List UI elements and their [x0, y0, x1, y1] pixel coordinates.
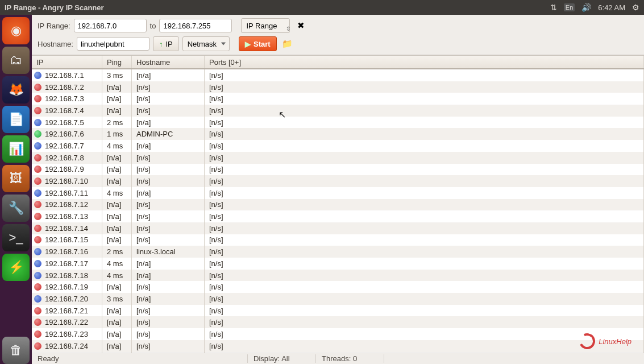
cell-ping: [n/a]	[102, 81, 132, 93]
table-row[interactable]: 192.168.7.114 ms[n/a][n/s]	[32, 187, 644, 199]
status-dot-icon	[34, 307, 41, 315]
table-row[interactable]: 192.168.7.13[n/a][n/s][n/s]	[32, 210, 644, 222]
cell-ip: 192.168.7.23	[45, 330, 88, 338]
language-indicator[interactable]: En	[564, 3, 575, 11]
unity-launcher: ◉ 🗂 🦊 📄 📊 🖼 🔧 >_ ⚡ 🗑	[0, 15, 32, 364]
table-row[interactable]: 192.168.7.21[n/a][n/s][n/s]	[32, 305, 644, 317]
volume-icon[interactable]: 🔊	[581, 3, 591, 12]
table-row[interactable]: 192.168.7.184 ms[n/a][n/s]	[32, 270, 644, 282]
cell-ports: [n/s]	[205, 293, 644, 305]
table-row[interactable]: 192.168.7.8[n/a][n/s][n/s]	[32, 152, 644, 164]
launcher-calc[interactable]: 📊	[2, 135, 30, 163]
launcher-firefox[interactable]: 🦊	[2, 76, 30, 104]
cell-ping: [n/a]	[102, 152, 132, 164]
netmask-combo[interactable]: Netmask	[182, 36, 230, 51]
table-row[interactable]: 192.168.7.4[n/a][n/s][n/s]	[32, 105, 644, 117]
window-title: IP Range - Angry IP Scanner	[5, 3, 550, 12]
table-row[interactable]: 192.168.7.14[n/a][n/s][n/s]	[32, 222, 644, 234]
open-file-icon[interactable]: 📁	[280, 36, 295, 51]
start-button[interactable]: ▶Start	[239, 36, 277, 51]
cell-ping: [n/a]	[102, 105, 132, 117]
table-row[interactable]: 192.168.7.22[n/a][n/s][n/s]	[32, 316, 644, 328]
cell-hostname: [n/a]	[132, 117, 205, 129]
iprange-label: IP Range:	[38, 22, 70, 30]
table-row[interactable]: 192.168.7.2[n/a][n/s][n/s]	[32, 81, 644, 93]
app-content: IP Range: to IP Range ✖ Hostname: ↑IP Ne…	[32, 15, 644, 364]
cell-ports: [n/s]	[205, 93, 644, 105]
launcher-ipscan[interactable]: ⚡	[2, 254, 30, 281]
cell-ip: 192.168.7.1	[45, 71, 84, 80]
launcher-dash[interactable]: ◉	[2, 17, 30, 44]
cell-ip: 192.168.7.12	[45, 200, 88, 209]
cell-ip: 192.168.7.18	[45, 271, 88, 280]
table-row[interactable]: 192.168.7.13 ms[n/a][n/s]	[32, 69, 644, 81]
launcher-trash[interactable]: 🗑	[2, 337, 30, 364]
launcher-terminal[interactable]: >_	[2, 224, 30, 251]
table-row[interactable]: 192.168.7.61 msADMIN-PC[n/s]	[32, 128, 644, 140]
ip-up-button[interactable]: ↑IP	[153, 36, 179, 51]
network-icon[interactable]: ⇅	[550, 3, 557, 12]
clock[interactable]: 6:42 AM	[598, 3, 625, 12]
cell-ports: [n/s]	[205, 210, 644, 222]
cell-hostname: [n/s]	[132, 81, 205, 93]
launcher-files[interactable]: 🗂	[2, 47, 30, 74]
cell-hostname: [n/a]	[132, 69, 205, 81]
cell-ports: [n/s]	[205, 222, 644, 234]
status-dot-icon	[34, 342, 41, 350]
cell-ping: 4 ms	[102, 270, 132, 282]
ip-start-input[interactable]	[74, 19, 147, 32]
status-dot-icon	[34, 225, 41, 232]
hostname-input[interactable]	[77, 37, 149, 51]
status-dot-icon	[34, 189, 41, 197]
table-row[interactable]: 192.168.7.12[n/a][n/s][n/s]	[32, 199, 644, 211]
cell-ports: [n/s]	[205, 81, 644, 93]
cell-ping: [n/a]	[102, 281, 132, 293]
table-row[interactable]: 192.168.7.23[n/a][n/s][n/s]	[32, 328, 644, 340]
power-icon[interactable]: ⚙	[632, 3, 639, 12]
table-row[interactable]: 192.168.7.15[n/a][n/s][n/s]	[32, 234, 644, 246]
table-row[interactable]: 192.168.7.74 ms[n/a][n/s]	[32, 140, 644, 152]
table-row[interactable]: 192.168.7.19[n/a][n/s][n/s]	[32, 281, 644, 293]
cell-hostname: linux-3.local	[132, 246, 205, 258]
cell-ping: [n/a]	[102, 210, 132, 222]
cell-ip: 192.168.7.4	[45, 106, 84, 115]
cell-ip: 192.168.7.10	[45, 177, 88, 185]
table-row[interactable]: 192.168.7.3[n/a][n/s][n/s]	[32, 93, 644, 105]
table-row[interactable]: 192.168.7.24[n/a][n/s][n/s]	[32, 340, 644, 352]
status-dot-icon	[34, 330, 41, 338]
table-row[interactable]: 192.168.7.174 ms[n/a][n/s]	[32, 258, 644, 270]
table-row[interactable]: 192.168.7.9[n/a][n/s][n/s]	[32, 164, 644, 176]
launcher-impress[interactable]: 🖼	[2, 165, 30, 192]
status-dot-icon	[34, 130, 41, 138]
table-row[interactable]: 192.168.7.203 ms[n/a][n/s]	[32, 293, 644, 305]
cell-hostname: ADMIN-PC	[132, 128, 205, 140]
cell-hostname: [n/a]	[132, 293, 205, 305]
cell-ip: 192.168.7.15	[45, 235, 88, 244]
status-dot-icon	[34, 166, 41, 173]
status-dot-icon	[34, 295, 41, 303]
table-row[interactable]: 192.168.7.52 ms[n/a][n/s]	[32, 117, 644, 129]
ip-end-input[interactable]	[159, 19, 232, 32]
cell-ports: [n/s]	[205, 246, 644, 258]
cell-ports: [n/s]	[205, 316, 644, 328]
col-ip[interactable]: IP	[32, 56, 102, 68]
col-hostname[interactable]: Hostname	[132, 56, 205, 68]
col-ping[interactable]: Ping	[102, 56, 132, 68]
table-row[interactable]: 192.168.7.162 mslinux-3.local[n/s]	[32, 246, 644, 258]
feeder-combo[interactable]: IP Range	[241, 18, 290, 33]
cell-ping: [n/a]	[102, 93, 132, 105]
launcher-writer[interactable]: 📄	[2, 106, 30, 133]
to-label: to	[150, 22, 156, 30]
col-ports[interactable]: Ports [0+]	[205, 56, 644, 68]
cell-hostname: [n/s]	[132, 316, 205, 328]
cell-hostname: [n/a]	[132, 258, 205, 270]
cell-ports: [n/s]	[205, 128, 644, 140]
status-dot-icon	[34, 177, 41, 185]
cell-ping: [n/a]	[102, 340, 132, 352]
prefs-icon[interactable]: ✖	[293, 18, 308, 33]
status-dot-icon	[34, 318, 41, 326]
cell-ip: 192.168.7.3	[45, 94, 84, 103]
table-row[interactable]: 192.168.7.10[n/a][n/s][n/s]	[32, 175, 644, 187]
launcher-settings[interactable]: 🔧	[2, 195, 30, 222]
status-dot-icon	[34, 272, 41, 279]
